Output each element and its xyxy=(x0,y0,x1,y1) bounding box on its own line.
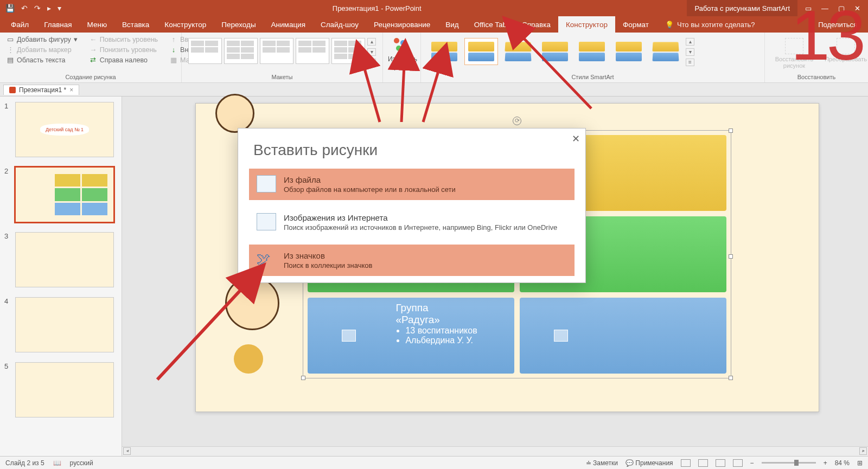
change-colors-button[interactable]: Изменить цвета ▾ xyxy=(387,35,418,70)
tell-me-search[interactable]: 💡 Что вы хотите сделать? xyxy=(665,16,755,33)
tab-smartart-design[interactable]: Конструктор xyxy=(558,16,615,33)
tab-menu[interactable]: Меню xyxy=(80,16,115,33)
ribbon: ▭Добавить фигуру▾ ⋮Добавить маркер ▤Обла… xyxy=(0,33,868,83)
layout-thumbnail[interactable] xyxy=(224,38,258,64)
rotate-handle-icon[interactable]: ⟳ xyxy=(513,117,521,125)
tab-format[interactable]: Формат xyxy=(615,16,656,33)
quick-access-toolbar: 💾 ↶ ↷ ▸ ▾ xyxy=(0,4,67,12)
tab-slideshow[interactable]: Слайд-шоу xyxy=(313,16,366,33)
layout-thumbnail[interactable] xyxy=(260,38,293,64)
annotation-number: 13 xyxy=(790,0,863,70)
smartart-cell-text[interactable]: Группа «Радуга» 13 воспитанниковАльберди… xyxy=(390,298,514,374)
style-thumbnail[interactable] xyxy=(501,38,535,65)
tab-design[interactable]: Конструктор xyxy=(157,16,214,33)
layout-thumbnail[interactable] xyxy=(331,38,365,64)
dialog-option-online[interactable]: Изображения из ИнтернетаПоиск изображени… xyxy=(249,207,575,238)
layout-thumbnail[interactable] xyxy=(188,38,222,64)
ribbon-group-change-colors: Изменить цвета ▾ xyxy=(383,33,421,82)
picture-placeholder-icon[interactable] xyxy=(554,330,568,342)
style-thumbnail[interactable] xyxy=(575,38,609,65)
language-indicator[interactable]: русский xyxy=(70,459,93,467)
tab-animations[interactable]: Анимация xyxy=(264,16,313,33)
arrow-down-icon: ↓ xyxy=(170,46,177,54)
tab-review[interactable]: Рецензирование xyxy=(366,16,438,33)
slideshow-view-button[interactable] xyxy=(733,459,743,467)
document-tabs: Презентация1 * × xyxy=(0,83,868,97)
insert-pictures-dialog: ✕ Вставить рисунки Из файлаОбзор файлов … xyxy=(238,128,586,283)
fit-to-window-button[interactable]: ⊞ xyxy=(857,459,863,467)
slide-thumbnail-1[interactable]: 1Детский сад № 1 xyxy=(4,102,117,157)
tab-home[interactable]: Главная xyxy=(36,16,79,33)
rtl-icon: ⇄ xyxy=(90,56,97,64)
tab-transitions[interactable]: Переходы xyxy=(214,16,263,33)
more-icon: ≡ xyxy=(367,59,376,66)
add-shape-button[interactable]: ▭Добавить фигуру▾ xyxy=(4,35,80,44)
notes-button[interactable]: ≐ Заметки xyxy=(586,459,618,467)
tab-officetab[interactable]: Office Tab xyxy=(467,16,514,33)
chevron-down-icon: ▾ xyxy=(686,48,694,56)
arrow-left-icon: ← xyxy=(90,35,97,43)
color-swatch-icon xyxy=(394,38,411,53)
chevron-up-icon: ▴ xyxy=(367,38,376,46)
add-shape-icon: ▭ xyxy=(7,35,14,43)
style-thumbnail[interactable] xyxy=(649,38,682,65)
arrow-up-icon: ↑ xyxy=(170,35,177,43)
group-label: Макеты xyxy=(186,74,378,81)
globe-icon xyxy=(257,213,276,230)
zoom-out-button[interactable]: − xyxy=(750,459,754,467)
zoom-slider[interactable] xyxy=(762,462,816,464)
slide-thumbnails-panel[interactable]: 1Детский сад № 1 2 3 4 5 xyxy=(0,97,122,456)
zoom-level[interactable]: 84 % xyxy=(835,459,850,467)
style-thumbnail[interactable] xyxy=(427,38,461,65)
style-thumbnail[interactable] xyxy=(464,38,498,65)
slide-counter[interactable]: Слайд 2 из 5 xyxy=(5,459,44,467)
start-from-beginning-icon[interactable]: ▸ xyxy=(47,4,51,12)
slide-thumbnail-3[interactable]: 3 xyxy=(4,232,117,287)
dialog-title: Вставить рисунки xyxy=(238,129,585,169)
smartart-cell[interactable]: Группа «Радуга» 13 воспитанниковАльберди… xyxy=(308,298,514,374)
reading-view-button[interactable] xyxy=(716,459,725,467)
layout-thumbnail[interactable] xyxy=(296,38,329,64)
redo-icon[interactable]: ↷ xyxy=(34,4,41,12)
tab-file[interactable]: Файл xyxy=(3,16,36,33)
group-label: Создание рисунка xyxy=(4,74,177,81)
comments-button[interactable]: 💬 Примечания xyxy=(626,459,673,467)
tab-help[interactable]: Справка xyxy=(514,16,558,33)
styles-gallery-nav[interactable]: ▴▾≡ xyxy=(686,38,694,66)
tab-view[interactable]: Вид xyxy=(438,16,466,33)
normal-view-button[interactable] xyxy=(681,459,691,467)
picture-placeholder-icon[interactable] xyxy=(342,330,356,342)
dialog-close-button[interactable]: ✕ xyxy=(572,133,580,145)
close-tab-icon[interactable]: × xyxy=(69,86,73,94)
icons-icon: 🕊 xyxy=(257,251,276,268)
layout-icon: ▦ xyxy=(170,56,177,64)
dialog-option-from-file[interactable]: Из файлаОбзор файлов на компьютере или в… xyxy=(249,169,575,200)
promote-button[interactable]: ←Повысить уровень xyxy=(87,35,160,44)
tab-insert[interactable]: Вставка xyxy=(114,16,157,33)
slide-thumbnail-2[interactable]: 2 xyxy=(4,167,117,222)
dialog-option-icons[interactable]: 🕊 Из значковПоиск в коллекции значков xyxy=(249,245,575,276)
zoom-in-button[interactable]: + xyxy=(824,459,827,467)
slide-thumbnail-5[interactable]: 5 xyxy=(4,362,117,417)
slide-sorter-view-button[interactable] xyxy=(698,459,708,467)
layouts-gallery-nav[interactable]: ▴▾≡ xyxy=(367,38,376,66)
horizontal-scrollbar[interactable]: ◂▸ xyxy=(122,446,868,456)
spell-check-icon[interactable]: 📖 xyxy=(53,459,61,467)
group-label: Восстановить xyxy=(769,74,864,81)
qat-more-icon[interactable]: ▾ xyxy=(58,4,61,12)
slide-thumbnail-4[interactable]: 4 xyxy=(4,297,117,352)
text-pane-icon: ▤ xyxy=(7,56,14,64)
add-bullet-button[interactable]: ⋮Добавить маркер xyxy=(4,45,80,54)
rtl-button[interactable]: ⇄Справа налево xyxy=(87,55,160,65)
add-bullet-icon: ⋮ xyxy=(7,46,14,54)
save-icon[interactable]: 💾 xyxy=(5,4,15,12)
style-thumbnail[interactable] xyxy=(538,38,572,65)
demote-button[interactable]: →Понизить уровень xyxy=(87,45,160,54)
undo-icon[interactable]: ↶ xyxy=(21,4,28,12)
style-thumbnail[interactable] xyxy=(612,38,646,65)
document-tab[interactable]: Презентация1 * × xyxy=(3,85,79,95)
text-pane-button[interactable]: ▤Область текста xyxy=(4,55,80,65)
file-icon xyxy=(257,175,276,192)
smartart-cell[interactable] xyxy=(520,298,726,374)
ribbon-group-smartart-styles: ▴▾≡ Стили SmartArt xyxy=(421,33,765,82)
